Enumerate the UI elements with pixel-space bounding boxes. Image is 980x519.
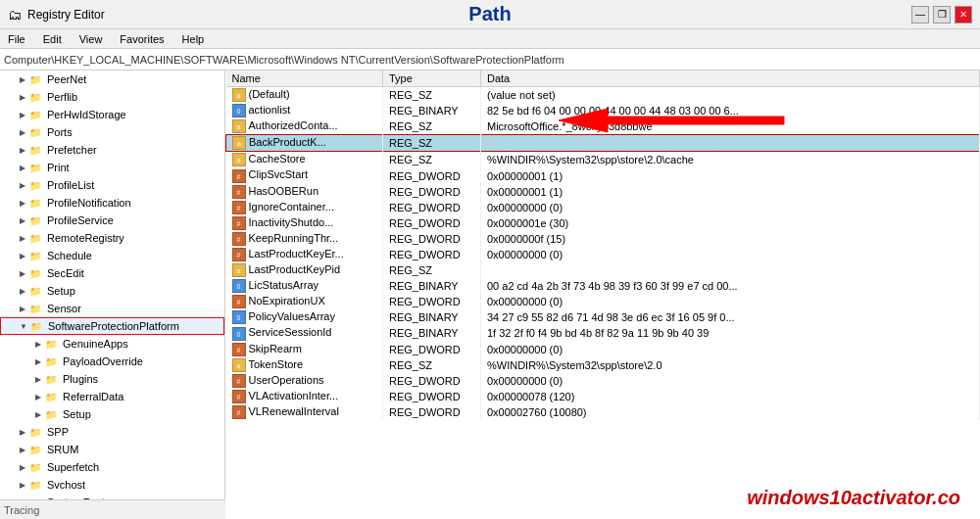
tree-expander[interactable]: ▶	[16, 269, 29, 278]
tree-item[interactable]: ▶📁PeerNet	[0, 71, 224, 88]
table-row[interactable]: #InactivityShutdo...REG_DWORD0x0000001e …	[226, 215, 980, 231]
tree-item[interactable]: ▶📁SRUM	[0, 441, 224, 458]
tree-item[interactable]: ▶📁Print	[0, 159, 224, 176]
tree-item[interactable]: ▶📁Svchost	[0, 476, 224, 494]
tree-expander[interactable]: ▶	[16, 481, 29, 490]
tree-item[interactable]: ▶📁Setup	[0, 405, 224, 423]
menu-favorites[interactable]: Favorites	[116, 32, 168, 46]
tree-expander[interactable]: ▼	[17, 322, 30, 331]
table-row[interactable]: #KeepRunningThr...REG_DWORD0x0000000f (1…	[226, 231, 980, 247]
registry-name-text: LastProductKeyPid	[249, 263, 341, 275]
tree-expander[interactable]: ▶	[31, 393, 45, 401]
col-header-name: Name	[226, 71, 383, 87]
registry-type-icon: a	[232, 136, 246, 150]
tree-expander[interactable]: ▶	[16, 93, 29, 102]
registry-name: #ClipSvcStart	[226, 167, 383, 183]
folder-icon: 📁	[29, 92, 45, 103]
tree-expander[interactable]: ▶	[16, 287, 29, 296]
table-row[interactable]: #HasOOBERunREG_DWORD0x00000001 (1)	[226, 184, 980, 200]
tree-expander[interactable]: ▶	[31, 375, 45, 384]
table-row[interactable]: 0ServiceSessionIdREG_BINARY1f 32 2f f0 f…	[226, 325, 980, 341]
tree-expander[interactable]: ▶	[16, 234, 29, 243]
tree-expander[interactable]: ▶	[31, 340, 45, 349]
table-row[interactable]: #LastProductKeyEr...REG_DWORD0x00000000 …	[226, 247, 980, 262]
tree-item[interactable]: ▶📁Prefetcher	[0, 141, 224, 159]
registry-type: REG_SZ	[383, 262, 481, 278]
tree-item[interactable]: ▶📁Ports	[0, 123, 224, 141]
table-row[interactable]: #UserOperationsREG_DWORD0x00000000 (0)	[226, 373, 980, 389]
tree-item[interactable]: ▶📁PerHwIdStorage	[0, 106, 224, 123]
registry-data: 0x00000000 (0)	[481, 247, 980, 262]
registry-data: 34 27 c9 55 82 d6 71 4d 98 3e d6 ec 3f 1…	[481, 309, 980, 325]
tree-item[interactable]: ▶📁Superfetch	[0, 458, 224, 476]
menu-view[interactable]: View	[75, 32, 107, 46]
tree-label: Plugins	[63, 373, 98, 385]
table-row[interactable]: #SkipRearmREG_DWORD0x00000000 (0)	[226, 342, 980, 357]
tree-item[interactable]: ▶📁SecEdit	[0, 264, 224, 282]
tree-expander[interactable]: ▶	[16, 75, 29, 84]
tree-item[interactable]: ▶📁ReferralData	[0, 388, 224, 405]
menu-help[interactable]: Help	[178, 32, 209, 46]
table-row[interactable]: #VLRenewalIntervalREG_DWORD0x00002760 (1…	[226, 404, 980, 420]
table-row[interactable]: 0PolicyValuesArrayREG_BINARY34 27 c9 55 …	[226, 309, 980, 325]
registry-data: 1f 32 2f f0 f4 9b bd 4b 8f 82 9a 11 9b 9…	[481, 325, 980, 341]
tree-expander[interactable]: ▶	[16, 463, 29, 472]
address-bar[interactable]: Computer\HKEY_LOCAL_MACHINE\SOFTWARE\Mic…	[0, 49, 980, 71]
tree-item[interactable]: ▶📁ProfileList	[0, 176, 224, 194]
tree-item[interactable]: ▶📁SPP	[0, 423, 224, 441]
tree-expander[interactable]: ▶	[16, 111, 29, 119]
tree-expander[interactable]: ▶	[16, 181, 29, 190]
tree-item[interactable]: ▶📁Sensor	[0, 300, 224, 317]
tree-expander[interactable]: ▶	[16, 199, 29, 208]
table-row[interactable]: aCacheStoreREG_SZ%WINDIR%\System32\spp\s…	[226, 152, 980, 168]
table-row[interactable]: #NoExpirationUXREG_DWORD0x00000000 (0)	[226, 294, 980, 309]
table-row[interactable]: aLastProductKeyPidREG_SZ	[226, 262, 980, 278]
registry-type: REG_DWORD	[383, 247, 481, 262]
tree-expander[interactable]: ▶	[16, 428, 29, 437]
registry-type: REG_DWORD	[383, 342, 481, 357]
tree-expander[interactable]: ▶	[31, 410, 45, 419]
tree-item[interactable]: ▼📁SoftwareProtectionPlatform	[0, 317, 224, 335]
tree-expander[interactable]: ▶	[16, 216, 29, 225]
tree-label: RemoteRegistry	[47, 232, 124, 244]
menu-edit[interactable]: Edit	[39, 32, 66, 46]
registry-type-icon: a	[232, 88, 246, 102]
tree-expander[interactable]: ▶	[16, 305, 29, 313]
registry-table: Name Type Data a(Default)REG_SZ(value no…	[225, 71, 980, 420]
table-row[interactable]: 0actionlistREG_BINARY82 5e bd f6 04 00 0…	[226, 103, 980, 118]
tree-item[interactable]: ▶📁Setup	[0, 282, 224, 300]
tree-expander[interactable]: ▶	[16, 252, 29, 260]
tree-item[interactable]: ▶📁ProfileService	[0, 212, 224, 229]
table-row[interactable]: aBackProductK...REG_SZNF6HC█████████████…	[226, 135, 980, 152]
folder-icon: 📁	[45, 392, 61, 402]
table-row[interactable]: aAuthorizedConta...REG_SZMicrosoftOffice…	[226, 118, 980, 135]
tree-item[interactable]: ▶📁Perflib	[0, 88, 224, 106]
tree-expander[interactable]: ▶	[16, 128, 29, 137]
tree-item[interactable]: ▶📁Plugins	[0, 370, 224, 388]
registry-name: 0ServiceSessionId	[226, 325, 383, 341]
tree-expander[interactable]: ▶	[16, 446, 29, 454]
tree-item[interactable]: ▶📁Schedule	[0, 247, 224, 264]
tree-expander[interactable]: ▶	[16, 164, 29, 172]
menu-bar: File Edit View Favorites Help	[0, 29, 980, 49]
folder-icon: 📁	[29, 480, 45, 491]
table-row[interactable]: #ClipSvcStartREG_DWORD0x00000001 (1)	[226, 167, 980, 183]
maximize-button[interactable]: ❐	[933, 6, 951, 24]
table-row[interactable]: a(Default)REG_SZ(value not set)	[226, 87, 980, 104]
registry-type: REG_BINARY	[383, 103, 481, 118]
close-button[interactable]: ✕	[955, 6, 972, 24]
tree-expander[interactable]: ▶	[31, 357, 45, 366]
registry-name: #UserOperations	[226, 373, 383, 389]
tree-expander[interactable]: ▶	[16, 146, 29, 155]
tree-item[interactable]: ▶📁PayloadOverride	[0, 353, 224, 370]
registry-data: 0x00000000 (0)	[481, 373, 980, 389]
table-row[interactable]: #VLActivationInter...REG_DWORD0x00000078…	[226, 389, 980, 404]
tree-item[interactable]: ▶📁RemoteRegistry	[0, 229, 224, 247]
table-row[interactable]: #IgnoreContainer...REG_DWORD0x00000000 (…	[226, 200, 980, 215]
tree-item[interactable]: ▶📁GenuineApps	[0, 335, 224, 353]
tree-item[interactable]: ▶📁ProfileNotification	[0, 194, 224, 212]
table-row[interactable]: aTokenStoreREG_SZ%WINDIR%\System32\spp\s…	[226, 357, 980, 373]
minimize-button[interactable]: —	[911, 6, 929, 24]
menu-file[interactable]: File	[4, 32, 29, 46]
table-row[interactable]: 0LicStatusArrayREG_BINARY00 a2 cd 4a 2b …	[226, 278, 980, 294]
